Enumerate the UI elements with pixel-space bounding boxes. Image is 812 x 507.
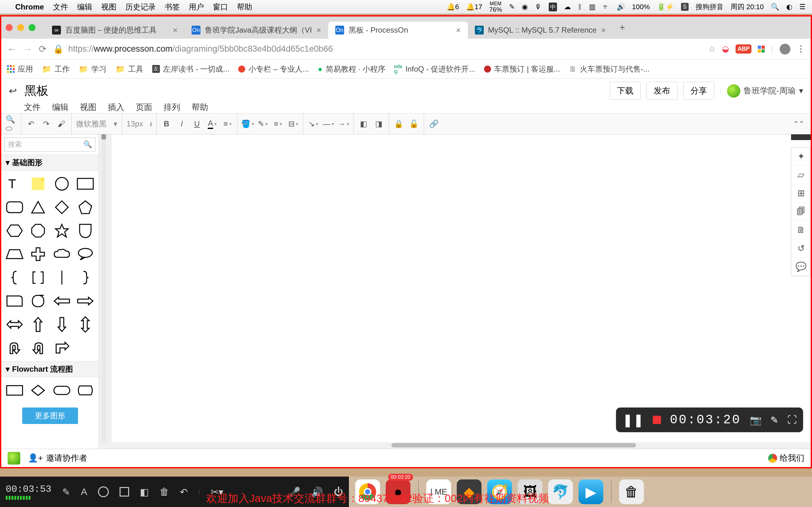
menu-view[interactable]: 视图 <box>101 2 116 12</box>
shape-triangle[interactable] <box>29 198 48 217</box>
lock-icon[interactable]: 🔒 <box>53 44 64 54</box>
redo-button[interactable]: ↷ <box>41 118 52 129</box>
font-color-button[interactable]: A <box>207 118 217 129</box>
send-back-button[interactable]: ◨ <box>373 118 384 129</box>
chrome-menu-icon[interactable]: ⋮ <box>797 44 805 54</box>
arrow-style-button[interactable]: → <box>338 118 349 129</box>
shape-pentagon[interactable] <box>76 198 95 217</box>
align-button[interactable]: ≡ <box>222 118 233 129</box>
download-button[interactable]: 下载 <box>610 82 641 100</box>
rect-tool-button[interactable] <box>119 487 129 497</box>
menu-bookmarks[interactable]: 书签 <box>165 2 180 12</box>
window-close-button[interactable] <box>6 24 13 31</box>
circle-tool-button[interactable] <box>98 487 109 497</box>
shape-line-vertical[interactable] <box>52 268 71 287</box>
clock[interactable]: 周四 20:10 <box>730 2 764 12</box>
reload-button[interactable]: ⟳ <box>39 43 47 55</box>
tab-mysql-ref[interactable]: 🐬 MySQL :: MySQL 5.7 Reference × <box>468 21 613 39</box>
underline-button[interactable]: U <box>192 118 202 129</box>
shape-hexagon[interactable] <box>5 221 24 240</box>
shape-arrow-left[interactable] <box>52 291 71 311</box>
menu-window[interactable]: 窗口 <box>213 2 228 12</box>
sogou-icon[interactable]: S <box>681 3 689 11</box>
publish-button[interactable]: 发布 <box>647 82 677 100</box>
share-button[interactable]: 分享 <box>683 82 714 100</box>
app-menu-help[interactable]: 帮助 <box>192 102 208 113</box>
app-menu-page[interactable]: 页面 <box>136 102 152 113</box>
shape-star[interactable] <box>52 221 71 240</box>
lock-button[interactable]: 🔒 <box>393 118 404 129</box>
tab-baidu-naotu[interactable]: ∞ 百度脑图－便捷的思维工具 × <box>45 21 185 39</box>
bookmark-link[interactable]: 车票预订 | 客运服... <box>484 64 560 74</box>
dock-player[interactable]: ▶ <box>578 480 603 504</box>
menu-help[interactable]: 帮助 <box>237 2 252 12</box>
shape-note[interactable] <box>29 174 48 193</box>
bookmark-folder[interactable]: 📁工具 <box>115 64 143 74</box>
apps-shortcut[interactable]: 应用 <box>7 64 33 74</box>
app-menu-file[interactable]: 文件 <box>24 102 41 113</box>
url-field[interactable]: 🔒 https://www.processon.com/diagraming/5… <box>53 44 702 54</box>
spotlight-icon[interactable]: 🔍 <box>771 3 779 11</box>
shape-shield[interactable] <box>76 221 95 240</box>
shape-rectangle[interactable] <box>76 174 95 193</box>
menu-user[interactable]: 用户 <box>189 2 204 12</box>
undo-annot-button[interactable]: ↶ <box>180 487 188 498</box>
shape-octagon[interactable] <box>29 221 48 240</box>
shape-decision[interactable] <box>29 381 48 400</box>
wifi-icon[interactable]: ᯤ <box>603 3 610 11</box>
annotate-button[interactable]: ✎ <box>770 414 778 426</box>
shape-text[interactable]: T <box>5 174 24 193</box>
shape-uturn-right[interactable] <box>29 338 48 357</box>
line-color-button[interactable]: ✎ <box>257 118 268 129</box>
shape-arrow-right[interactable] <box>76 291 95 311</box>
close-icon[interactable]: × <box>456 25 461 35</box>
feedback-link[interactable]: 给我们 <box>768 452 804 464</box>
shape-display[interactable] <box>76 381 95 400</box>
pencil-icon[interactable]: ✎ <box>509 3 515 11</box>
shape-arrow-leftright[interactable] <box>5 315 24 334</box>
bluetooth-icon[interactable]: ᛒ <box>578 3 582 11</box>
shape-arrow-down[interactable] <box>52 315 71 334</box>
shape-brace-left[interactable] <box>5 268 24 287</box>
category-basic[interactable]: ▾基础图形 <box>1 155 99 170</box>
bell2-icon[interactable]: 🔔17 <box>466 3 482 11</box>
tab-processon[interactable]: On 黑板 - ProcessOn × <box>328 21 468 39</box>
user-menu[interactable]: 鲁班学院-周瑜 ▾ <box>727 84 803 98</box>
navigator-button[interactable]: ✦ <box>792 147 810 166</box>
history-button[interactable]: ↺ <box>792 239 810 258</box>
font-size-select[interactable]: 13px▴▾ <box>126 119 152 128</box>
notification-center-icon[interactable]: ☰ <box>799 3 806 11</box>
shape-corner-arrow[interactable] <box>52 338 71 357</box>
connector-type-button[interactable]: ↘ <box>308 118 318 129</box>
shape-callout[interactable] <box>76 245 95 264</box>
unlock-button[interactable]: 🔓 <box>409 118 419 129</box>
search-input[interactable]: 搜索 🔍 <box>4 137 96 152</box>
bookmark-link[interactable]: ●简易教程 · 小程序 <box>318 64 386 74</box>
shape-bracket[interactable] <box>29 268 48 287</box>
siri-icon[interactable]: ◐ <box>786 3 792 11</box>
bold-button[interactable]: B <box>161 118 172 129</box>
line-style-button[interactable]: ⊟ <box>288 118 299 129</box>
close-icon[interactable]: × <box>173 25 177 35</box>
document-title[interactable]: 黑板 <box>24 83 49 99</box>
invite-button[interactable]: 👤+邀请协作者 <box>28 452 87 464</box>
shape-brace-right[interactable] <box>76 268 95 287</box>
menu-history[interactable]: 历史记录 <box>125 2 156 12</box>
right-panel-header[interactable] <box>791 134 811 140</box>
battery-bar-icon[interactable]: ▥ <box>589 3 596 11</box>
page-props-button[interactable]: ⊞ <box>792 184 810 203</box>
adblock-icon[interactable]: ABP <box>735 44 751 54</box>
pocket-icon[interactable]: ◒ <box>722 44 729 54</box>
line-width-button[interactable]: ≡ <box>272 118 283 129</box>
link-button[interactable]: 🔗 <box>428 118 439 129</box>
shape-cross[interactable] <box>29 245 48 264</box>
bookmark-folder[interactable]: 📁学习 <box>79 64 107 74</box>
window-zoom-button[interactable] <box>29 24 36 31</box>
diagram-canvas[interactable] <box>112 134 811 442</box>
app-menu-insert[interactable]: 插入 <box>108 102 124 113</box>
menu-edit[interactable]: 编辑 <box>77 2 92 12</box>
profile-icon[interactable] <box>780 44 791 55</box>
wechat-icon[interactable]: ☁ <box>564 3 571 11</box>
bookmark-link[interactable]: 🗎火车票预订与代售-... <box>569 64 650 74</box>
shape-arrow-updown[interactable] <box>76 315 95 334</box>
